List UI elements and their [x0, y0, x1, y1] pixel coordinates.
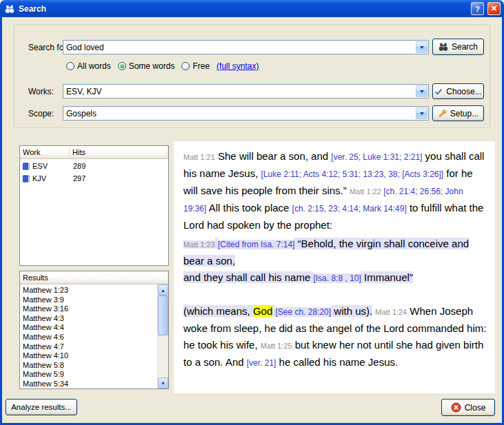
- scrollbar-track[interactable]: [158, 296, 168, 377]
- works-value: ESV, KJV: [63, 87, 416, 96]
- verse-ref-caption: Matt 1:25: [261, 342, 292, 350]
- radio-some-words[interactable]: Some words: [118, 61, 175, 71]
- hits-panel: Work Hits ESV289KJV297: [19, 145, 169, 266]
- radio-free[interactable]: Free: [181, 61, 210, 71]
- radio-all-words[interactable]: All words: [66, 61, 111, 71]
- word-mode-radio-group: All wordsSome wordsFree (full syntax): [66, 61, 259, 71]
- close-button-label: Close: [465, 403, 486, 413]
- chevron-down-icon: [420, 90, 424, 93]
- search-options-group: Search for: God loved Search All wordsSo…: [14, 24, 490, 128]
- result-item[interactable]: Matthew 3:9: [20, 296, 157, 305]
- cross-reference-link[interactable]: [ch. 2:15, 23; 4:14; Mark 14:49]: [292, 204, 407, 214]
- search-button[interactable]: Search: [432, 39, 484, 55]
- dropdown-button[interactable]: [416, 107, 427, 119]
- work-row[interactable]: ESV289: [20, 160, 168, 172]
- checkmark-icon: [434, 87, 443, 96]
- verse-text: and they shall call his name: [183, 271, 313, 283]
- scroll-up-button[interactable]: ▲: [158, 284, 168, 296]
- dropdown-button[interactable]: [416, 41, 427, 53]
- setup-scope-button[interactable]: Setup...: [432, 105, 484, 121]
- search-term-highlight: God: [253, 305, 272, 317]
- verse-text: with us).: [331, 305, 372, 317]
- results-column-header[interactable]: Results: [20, 271, 168, 284]
- work-name: ESV: [32, 162, 48, 170]
- result-item[interactable]: Matthew 1:23: [20, 286, 157, 296]
- dialog-body: Search for: God loved Search All wordsSo…: [0, 17, 504, 425]
- scrollbar-thumb[interactable]: [158, 296, 168, 335]
- hit-count: 297: [70, 174, 168, 183]
- full-syntax-link[interactable]: (full syntax): [216, 61, 259, 71]
- verse-text: (which means,: [183, 305, 253, 317]
- scope-combobox[interactable]: Gospels: [63, 106, 429, 121]
- dropdown-button[interactable]: [416, 85, 427, 97]
- radio-button-icon[interactable]: [181, 62, 190, 70]
- verse-text: Immanuel”: [361, 271, 413, 283]
- results-body: Matthew 1:23Matthew 3:9Matthew 3:16Matth…: [20, 284, 168, 388]
- result-item[interactable]: Matthew 4:6: [20, 333, 157, 342]
- radio-button-icon[interactable]: [66, 62, 74, 70]
- cross-reference-link[interactable]: [ver. 25; Luke 1:31; 2:21]: [331, 152, 422, 162]
- radio-label: All words: [77, 61, 111, 71]
- hit-count: 289: [70, 162, 168, 170]
- result-item[interactable]: Matthew 4:7: [20, 342, 157, 352]
- radio-button-icon[interactable]: [118, 62, 126, 70]
- search-dialog: Search ? ✕ Search for: God loved Search …: [0, 0, 504, 425]
- radio-label: Free: [192, 61, 210, 71]
- results-panel: Results Matthew 1:23Matthew 3:9Matthew 3…: [19, 271, 169, 389]
- help-button[interactable]: ?: [471, 2, 484, 15]
- scope-label: Scope:: [28, 109, 54, 118]
- hits-table-body: ESV289KJV297: [20, 160, 168, 184]
- result-item[interactable]: Matthew 5:8: [20, 361, 157, 371]
- verse-preview-pane: Matt 1:21 She will bear a son, and [ver.…: [174, 141, 495, 393]
- chevron-down-icon: [420, 46, 424, 49]
- search-for-combobox[interactable]: God loved: [63, 40, 429, 54]
- verse-text: he called his name Jesus.: [276, 356, 398, 368]
- book-icon: [22, 174, 30, 183]
- close-icon: [451, 402, 461, 413]
- choose-button-label: Choose...: [446, 87, 481, 96]
- scroll-down-button[interactable]: ▼: [158, 377, 168, 388]
- cross-reference-link[interactable]: [See ch. 28:20]: [275, 307, 331, 317]
- results-scrollbar[interactable]: ▲ ▼: [157, 284, 168, 388]
- analyze-results-button[interactable]: Analyze results...: [6, 399, 77, 415]
- window-title: Search: [19, 4, 467, 14]
- choose-works-button[interactable]: Choose...: [432, 83, 484, 99]
- preview-paragraph: Matt 1:21 She will bear a son, and [ver.…: [183, 148, 488, 234]
- column-header-work[interactable]: Work: [20, 146, 70, 158]
- result-item[interactable]: Matthew 5:9: [20, 370, 157, 380]
- results-header-row: Results: [20, 271, 168, 284]
- verse-ref-caption: Matt 1:22: [350, 187, 381, 196]
- column-header-hits[interactable]: Hits: [70, 146, 168, 158]
- cross-reference-link[interactable]: [Cited from Isa. 7:14]: [218, 240, 294, 249]
- result-item[interactable]: Matthew 4:10: [20, 351, 157, 361]
- works-label: Works:: [28, 87, 54, 96]
- titlebar[interactable]: Search ? ✕: [0, 0, 504, 17]
- binoculars-icon: [439, 42, 448, 52]
- verse-ref-caption: Matt 1:23: [183, 240, 215, 249]
- verse-text: All this took place: [206, 202, 292, 214]
- scope-value: Gospels: [63, 109, 416, 118]
- close-button[interactable]: Close: [441, 399, 495, 416]
- titlebar-close-button[interactable]: ✕: [487, 2, 501, 15]
- result-item[interactable]: Matthew 5:34: [20, 380, 157, 388]
- binoculars-icon: [4, 3, 15, 14]
- preview-paragraph: (which means, God [See ch. 28:20] with u…: [183, 303, 488, 371]
- cross-reference-link[interactable]: [Isa. 8:8 , 10]: [313, 273, 361, 283]
- cross-reference-link[interactable]: [ver. 21]: [247, 358, 276, 368]
- analyze-results-label: Analyze results...: [11, 403, 72, 411]
- book-icon: [22, 162, 30, 171]
- verse-ref-caption: Matt 1:24: [375, 308, 407, 316]
- works-combobox[interactable]: ESV, KJV: [63, 84, 429, 99]
- search-button-label: Search: [452, 42, 478, 52]
- setup-button-label: Setup...: [450, 109, 478, 118]
- chevron-down-icon: [420, 112, 424, 115]
- radio-label: Some words: [129, 61, 175, 71]
- work-row[interactable]: KJV297: [20, 173, 168, 184]
- result-item[interactable]: Matthew 4:3: [20, 314, 157, 324]
- verse-ref-caption: Matt 1:21: [183, 153, 215, 161]
- preview-paragraph: Matt 1:23 [Cited from Isa. 7:14] “Behold…: [183, 236, 488, 287]
- result-item[interactable]: Matthew 3:16: [20, 304, 157, 314]
- results-list: Matthew 1:23Matthew 3:9Matthew 3:16Matth…: [20, 284, 157, 388]
- cross-reference-link[interactable]: [Luke 2:11; Acts 4:12; 5:31; 13:23, 38; …: [261, 169, 444, 179]
- result-item[interactable]: Matthew 4:4: [20, 323, 157, 333]
